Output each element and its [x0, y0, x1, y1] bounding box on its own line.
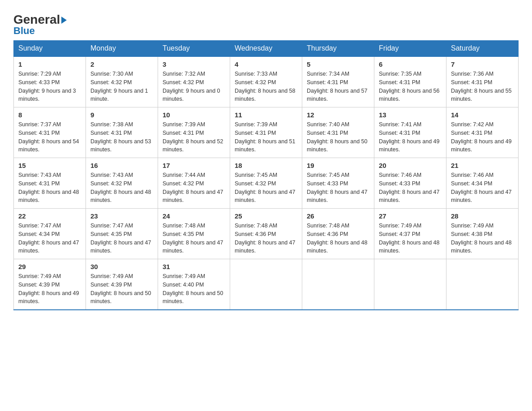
calendar-cell: 30 Sunrise: 7:49 AM Sunset: 4:39 PM Dayl… — [86, 259, 158, 310]
day-number: 9 — [90, 111, 153, 119]
day-number: 14 — [451, 111, 514, 119]
day-info: Sunrise: 7:43 AM Sunset: 4:32 PM Dayligh… — [90, 171, 153, 205]
week-row-4: 22 Sunrise: 7:47 AM Sunset: 4:34 PM Dayl… — [14, 209, 519, 259]
day-number: 27 — [379, 212, 442, 220]
day-info: Sunrise: 7:48 AM Sunset: 4:35 PM Dayligh… — [163, 222, 225, 255]
calendar-cell: 16 Sunrise: 7:43 AM Sunset: 4:32 PM Dayl… — [86, 158, 158, 209]
day-info: Sunrise: 7:42 AM Sunset: 4:31 PM Dayligh… — [451, 120, 514, 154]
calendar-cell: 27 Sunrise: 7:49 AM Sunset: 4:37 PM Dayl… — [374, 209, 446, 259]
day-info: Sunrise: 7:46 AM Sunset: 4:34 PM Dayligh… — [451, 171, 514, 205]
day-info: Sunrise: 7:45 AM Sunset: 4:32 PM Dayligh… — [235, 171, 297, 205]
day-info: Sunrise: 7:49 AM Sunset: 4:40 PM Dayligh… — [163, 272, 225, 306]
col-header-friday: Friday — [374, 41, 446, 57]
day-info: Sunrise: 7:49 AM Sunset: 4:39 PM Dayligh… — [90, 272, 153, 306]
day-number: 18 — [235, 162, 297, 169]
calendar-cell: 12 Sunrise: 7:40 AM Sunset: 4:31 PM Dayl… — [302, 107, 374, 158]
day-number: 3 — [163, 60, 225, 68]
day-number: 11 — [235, 111, 297, 119]
logo: General Blue — [13, 13, 67, 36]
page-header: General Blue — [13, 9, 519, 36]
day-info: Sunrise: 7:29 AM Sunset: 4:33 PM Dayligh… — [18, 70, 81, 103]
week-row-2: 8 Sunrise: 7:37 AM Sunset: 4:31 PM Dayli… — [14, 107, 519, 158]
day-number: 23 — [90, 212, 153, 220]
day-number: 29 — [18, 263, 81, 270]
week-row-3: 15 Sunrise: 7:43 AM Sunset: 4:31 PM Dayl… — [14, 158, 519, 209]
calendar-cell: 14 Sunrise: 7:42 AM Sunset: 4:31 PM Dayl… — [446, 107, 519, 158]
day-number: 28 — [451, 212, 514, 220]
calendar-cell — [446, 259, 519, 310]
day-info: Sunrise: 7:43 AM Sunset: 4:31 PM Dayligh… — [18, 171, 81, 205]
calendar-cell: 1 Sunrise: 7:29 AM Sunset: 4:33 PM Dayli… — [14, 56, 86, 107]
logo-general: General — [13, 13, 67, 26]
calendar-cell: 13 Sunrise: 7:41 AM Sunset: 4:31 PM Dayl… — [374, 107, 446, 158]
day-number: 21 — [451, 162, 514, 169]
day-number: 5 — [307, 60, 369, 68]
day-info: Sunrise: 7:39 AM Sunset: 4:31 PM Dayligh… — [163, 120, 225, 154]
day-number: 19 — [307, 162, 369, 169]
col-header-sunday: Sunday — [14, 41, 86, 57]
calendar-cell: 2 Sunrise: 7:30 AM Sunset: 4:32 PM Dayli… — [86, 56, 158, 107]
day-info: Sunrise: 7:41 AM Sunset: 4:31 PM Dayligh… — [379, 120, 442, 154]
calendar-cell: 6 Sunrise: 7:35 AM Sunset: 4:31 PM Dayli… — [374, 56, 446, 107]
calendar: SundayMondayTuesdayWednesdayThursdayFrid… — [13, 40, 519, 310]
day-info: Sunrise: 7:37 AM Sunset: 4:31 PM Dayligh… — [18, 120, 81, 154]
day-info: Sunrise: 7:47 AM Sunset: 4:34 PM Dayligh… — [18, 222, 81, 255]
day-number: 4 — [235, 60, 297, 68]
day-info: Sunrise: 7:30 AM Sunset: 4:32 PM Dayligh… — [90, 70, 153, 103]
calendar-cell: 7 Sunrise: 7:36 AM Sunset: 4:31 PM Dayli… — [446, 56, 519, 107]
col-header-wednesday: Wednesday — [230, 41, 302, 57]
day-info: Sunrise: 7:49 AM Sunset: 4:38 PM Dayligh… — [451, 222, 514, 255]
week-row-1: 1 Sunrise: 7:29 AM Sunset: 4:33 PM Dayli… — [14, 56, 519, 107]
calendar-cell — [230, 259, 302, 310]
day-number: 16 — [90, 162, 153, 169]
col-header-monday: Monday — [86, 41, 158, 57]
calendar-cell: 11 Sunrise: 7:39 AM Sunset: 4:31 PM Dayl… — [230, 107, 302, 158]
calendar-cell: 28 Sunrise: 7:49 AM Sunset: 4:38 PM Dayl… — [446, 209, 519, 259]
day-number: 20 — [379, 162, 442, 169]
calendar-cell: 22 Sunrise: 7:47 AM Sunset: 4:34 PM Dayl… — [14, 209, 86, 259]
calendar-cell: 3 Sunrise: 7:32 AM Sunset: 4:32 PM Dayli… — [158, 56, 230, 107]
calendar-cell: 9 Sunrise: 7:38 AM Sunset: 4:31 PM Dayli… — [86, 107, 158, 158]
calendar-cell: 23 Sunrise: 7:47 AM Sunset: 4:35 PM Dayl… — [86, 209, 158, 259]
calendar-cell — [302, 259, 374, 310]
day-info: Sunrise: 7:40 AM Sunset: 4:31 PM Dayligh… — [307, 120, 369, 154]
day-number: 2 — [90, 60, 153, 68]
calendar-cell: 17 Sunrise: 7:44 AM Sunset: 4:32 PM Dayl… — [158, 158, 230, 209]
day-info: Sunrise: 7:48 AM Sunset: 4:36 PM Dayligh… — [235, 222, 297, 255]
day-info: Sunrise: 7:33 AM Sunset: 4:32 PM Dayligh… — [235, 70, 297, 103]
day-info: Sunrise: 7:32 AM Sunset: 4:32 PM Dayligh… — [163, 70, 225, 103]
day-info: Sunrise: 7:39 AM Sunset: 4:31 PM Dayligh… — [235, 120, 297, 154]
col-header-thursday: Thursday — [302, 41, 374, 57]
calendar-cell: 19 Sunrise: 7:45 AM Sunset: 4:33 PM Dayl… — [302, 158, 374, 209]
day-number: 15 — [18, 162, 81, 169]
day-info: Sunrise: 7:35 AM Sunset: 4:31 PM Dayligh… — [379, 70, 442, 103]
calendar-cell: 20 Sunrise: 7:46 AM Sunset: 4:33 PM Dayl… — [374, 158, 446, 209]
day-number: 25 — [235, 212, 297, 220]
calendar-cell: 29 Sunrise: 7:49 AM Sunset: 4:39 PM Dayl… — [14, 259, 86, 310]
day-info: Sunrise: 7:45 AM Sunset: 4:33 PM Dayligh… — [307, 171, 369, 205]
calendar-cell: 10 Sunrise: 7:39 AM Sunset: 4:31 PM Dayl… — [158, 107, 230, 158]
calendar-cell: 26 Sunrise: 7:48 AM Sunset: 4:36 PM Dayl… — [302, 209, 374, 259]
day-number: 7 — [451, 60, 514, 68]
day-number: 1 — [18, 60, 81, 68]
day-info: Sunrise: 7:36 AM Sunset: 4:31 PM Dayligh… — [451, 70, 514, 103]
calendar-cell: 24 Sunrise: 7:48 AM Sunset: 4:35 PM Dayl… — [158, 209, 230, 259]
day-number: 13 — [379, 111, 442, 119]
day-number: 6 — [379, 60, 442, 68]
day-number: 12 — [307, 111, 369, 119]
calendar-cell: 4 Sunrise: 7:33 AM Sunset: 4:32 PM Dayli… — [230, 56, 302, 107]
day-info: Sunrise: 7:49 AM Sunset: 4:37 PM Dayligh… — [379, 222, 442, 255]
calendar-cell: 25 Sunrise: 7:48 AM Sunset: 4:36 PM Dayl… — [230, 209, 302, 259]
col-header-tuesday: Tuesday — [158, 41, 230, 57]
day-number: 8 — [18, 111, 81, 119]
logo-blue: Blue — [13, 26, 67, 36]
day-info: Sunrise: 7:46 AM Sunset: 4:33 PM Dayligh… — [379, 171, 442, 205]
week-row-5: 29 Sunrise: 7:49 AM Sunset: 4:39 PM Dayl… — [14, 259, 519, 310]
day-number: 30 — [90, 263, 153, 270]
day-number: 10 — [163, 111, 225, 119]
calendar-cell: 8 Sunrise: 7:37 AM Sunset: 4:31 PM Dayli… — [14, 107, 86, 158]
calendar-cell: 21 Sunrise: 7:46 AM Sunset: 4:34 PM Dayl… — [446, 158, 519, 209]
calendar-cell: 31 Sunrise: 7:49 AM Sunset: 4:40 PM Dayl… — [158, 259, 230, 310]
calendar-cell: 18 Sunrise: 7:45 AM Sunset: 4:32 PM Dayl… — [230, 158, 302, 209]
day-number: 24 — [163, 212, 225, 220]
